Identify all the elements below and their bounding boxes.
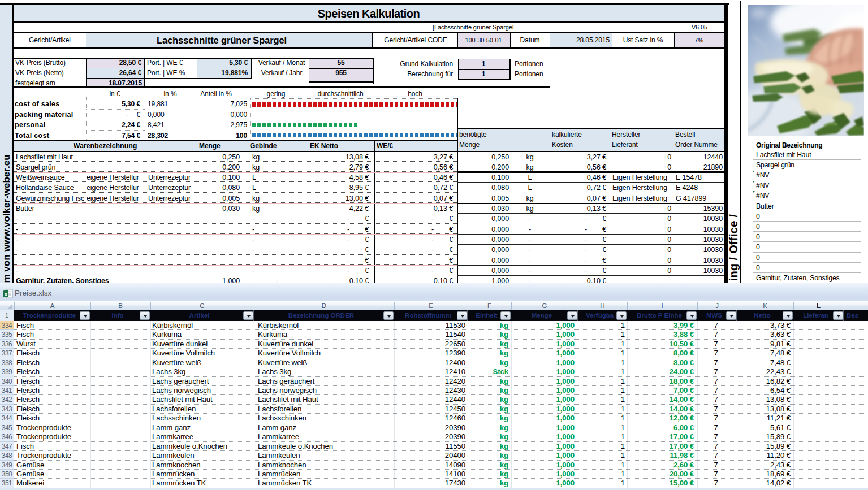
svg-text:x: x — [5, 291, 8, 297]
